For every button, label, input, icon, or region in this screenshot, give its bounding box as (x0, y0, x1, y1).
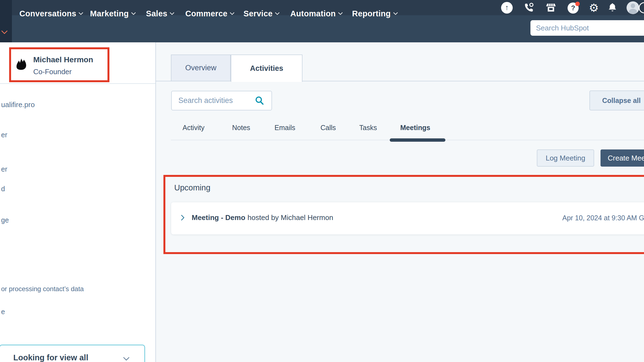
subtab-meetings[interactable]: Meetings (400, 124, 430, 132)
sidebar-truncated-website: ualifire.pro (1, 100, 35, 109)
chevron-down-icon (338, 11, 343, 15)
search-icon[interactable] (254, 95, 265, 107)
global-search-input[interactable] (530, 20, 644, 36)
nav-item-sales[interactable]: Sales (146, 0, 174, 27)
sidebar-truncated-field: ge (1, 216, 9, 224)
log-meeting-button[interactable]: Log Meeting (537, 149, 594, 167)
marketplace-icon[interactable] (545, 0, 557, 15)
create-meeting-button[interactable]: Create Meeting (601, 149, 644, 167)
chevron-down-icon (393, 11, 398, 15)
sidebar-vertical-divider (155, 42, 156, 362)
contact-sidebar (0, 42, 156, 362)
nav-item-conversations[interactable]: Conversations (19, 0, 83, 27)
sidebar-truncated-field: e (1, 308, 5, 316)
collapse-all-button[interactable]: Collapse all (589, 91, 644, 110)
chevron-down-icon (170, 11, 175, 15)
help-icon[interactable]: ? (568, 0, 580, 15)
subtab-notes[interactable]: Notes (232, 124, 250, 132)
account-avatar[interactable] (627, 0, 639, 15)
calls-phone-icon[interactable] (523, 0, 535, 15)
chevron-down-icon (131, 11, 136, 15)
notifications-bell-icon[interactable] (607, 0, 618, 15)
chevron-down-icon (230, 11, 235, 15)
chevron-down-icon (275, 11, 280, 15)
notification-dot (575, 2, 580, 6)
subtab-activity[interactable]: Activity (183, 124, 204, 132)
nav-item-reporting[interactable]: Reporting (352, 0, 397, 27)
looking-for-view-all-label: Looking for view all (13, 353, 88, 362)
tab-overview[interactable]: Overview (171, 55, 231, 81)
upcoming-section-title: Upcoming (174, 183, 211, 192)
sidebar-divider (0, 83, 155, 84)
subtab-tasks[interactable]: Tasks (359, 124, 377, 132)
meeting-host: hosted by Michael Hermon (248, 213, 333, 222)
sidebar-truncated-legal-basis: or processing contact’s data (1, 285, 84, 293)
settings-gear-icon[interactable]: ⚙ (589, 0, 599, 15)
activities-search (171, 91, 272, 110)
nav-left-strip (0, 0, 12, 42)
tab-activities[interactable]: Activities (231, 55, 302, 82)
sidebar-truncated-field: er (1, 131, 7, 139)
global-search (530, 20, 644, 36)
partial-avatar-ring-icon (639, 0, 644, 15)
nav-item-marketing[interactable]: Marketing (90, 0, 135, 27)
subtab-calls[interactable]: Calls (320, 124, 336, 132)
flame-icon (13, 56, 29, 73)
contact-name: Michael Hermon (33, 55, 93, 64)
active-subtab-underline (390, 138, 445, 142)
meeting-title: Meeting - Demo (192, 213, 245, 222)
chevron-down-icon (79, 11, 83, 15)
sidebar-truncated-field: er (1, 165, 7, 173)
contact-job-title: Co-Founder (33, 68, 72, 76)
nav-item-commerce[interactable]: Commerce (185, 0, 234, 27)
meeting-summary: Meeting - Demohosted by Michael Hermon (192, 213, 333, 222)
nav-item-service[interactable]: Service (243, 0, 279, 27)
upload-icon[interactable]: ↑ (501, 0, 513, 15)
subtab-emails[interactable]: Emails (274, 124, 295, 132)
meeting-timestamp: Apr 10, 2024 at 9:30 AM GMT (562, 214, 644, 222)
sidebar-truncated-field: d (1, 185, 5, 193)
nav-item-automation[interactable]: Automation (290, 0, 342, 27)
